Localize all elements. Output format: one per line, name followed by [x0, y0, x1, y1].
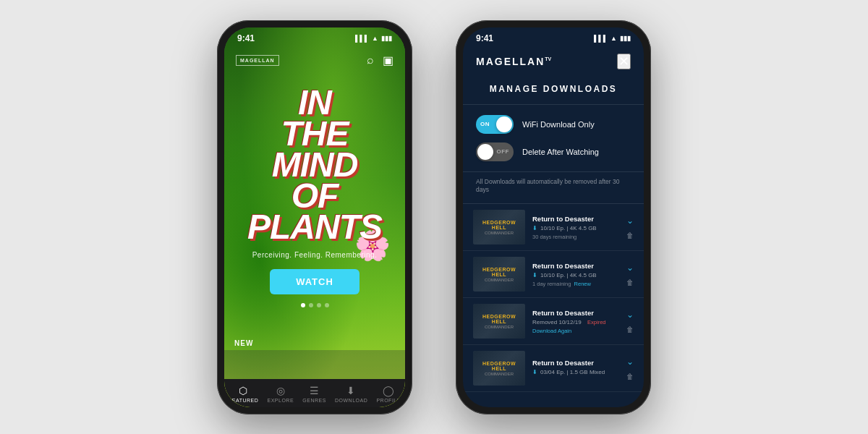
chevron-icon-2[interactable]: ⌄	[626, 263, 634, 273]
download-meta-text-2: 10/10 Ep. | 4K 4.5 GB	[540, 272, 597, 278]
nav-profile-label: PROFILE	[376, 398, 400, 403]
download-meta-1: ⬇ 10/10 Ep. | 4K 4.5 GB	[532, 225, 619, 231]
wifi-toggle-row: ON WiFi Download Only	[476, 115, 631, 134]
expired-badge: Expired	[587, 319, 605, 326]
dot-1	[301, 303, 305, 307]
download-title-2: Return to Desaster	[532, 262, 619, 270]
delete-toggle-knob	[477, 144, 493, 160]
auto-delete-note: All Downloads will automatically be remo…	[463, 172, 644, 205]
download-item-3: HEDGEROWHELL COMMANDER Return to Desaste…	[463, 298, 644, 345]
delete-toggle-row: OFF Delete After Watching	[476, 142, 631, 161]
phone1-content: 9:41 ▌▌▌ ▲ ▮▮▮ MAGELLAN ⌕ ▣	[224, 27, 405, 407]
thumb-title-4: HEDGEROWHELL	[482, 361, 516, 372]
download-info-1: Return to Desaster ⬇ 10/10 Ep. | 4K 4.5 …	[532, 215, 619, 240]
phone1-status-icons: ▌▌▌ ▲ ▮▮▮	[355, 35, 392, 42]
nav-profile[interactable]: ◯ PROFILE	[376, 385, 400, 403]
phone2-logo: MAGELLANTV	[476, 56, 551, 67]
download-arrow-icon-1: ⬇	[532, 225, 537, 231]
hero-title: IntheMindofPlants	[247, 87, 382, 243]
thumb-title-1: HEDGEROWHELL	[482, 220, 516, 231]
wifi-toggle-switch[interactable]: ON	[476, 115, 514, 134]
dot-4	[325, 303, 329, 307]
featured-icon: ⬡	[239, 385, 248, 396]
download-item-4: HEDGEROWHELL COMMANDER Return to Desaste…	[463, 345, 644, 392]
renew-link-2[interactable]: Renew	[574, 281, 591, 287]
signal-icon: ▌▌▌	[355, 35, 369, 42]
logo-sup: TV	[545, 56, 551, 61]
download-thumb-4: HEDGEROWHELL COMMANDER	[473, 351, 525, 386]
downloads-list: HEDGEROWHELL COMMANDER Return to Desaste…	[463, 204, 644, 407]
delete-toggle-text: Delete After Watching	[522, 148, 599, 156]
nav-genres-label: GENRES	[302, 398, 326, 403]
watch-button[interactable]: WATCH	[270, 269, 359, 294]
download-again-link[interactable]: Download Again	[532, 328, 619, 334]
signal-icon: ▌▌▌	[594, 35, 608, 42]
thumb-sub-4: COMMANDER	[482, 372, 516, 376]
hero-content: IntheMindofPlants Perceiving. Feeling. R…	[224, 59, 405, 336]
download-title-3: Return to Desaster	[532, 309, 619, 317]
download-info-3: Return to Desaster Removed 10/12/19 Expi…	[532, 309, 619, 334]
profile-icon: ◯	[383, 385, 395, 396]
delete-toggle-switch[interactable]: OFF	[476, 142, 514, 161]
thumb-sub-2: COMMANDER	[482, 278, 516, 282]
phone2-screen: 9:41 ▌▌▌ ▲ ▮▮▮ MAGELLANTV ✕ MANAGE DOWNL…	[463, 27, 644, 407]
download-title-4: Return to Desaster	[532, 359, 619, 367]
download-meta-text-3: Removed 10/12/19	[532, 319, 584, 326]
download-meta-4: ⬇ 03/04 Ep. | 1.5 GB Mixed	[532, 369, 619, 375]
download-title-1: Return to Desaster	[532, 215, 619, 223]
trash-icon-4[interactable]: 🗑	[626, 373, 634, 380]
wifi-toggle-on-label: ON	[480, 121, 490, 127]
delete-toggle-off-label: OFF	[497, 148, 510, 155]
thumb-title-2: HEDGEROWHELL	[482, 267, 516, 278]
page-dots	[301, 303, 329, 307]
dot-2	[309, 303, 313, 307]
download-meta-3: Removed 10/12/19 Expired	[532, 319, 619, 326]
nav-featured[interactable]: ⬡ FEATURED	[229, 385, 258, 403]
thumb-sub-3: COMMANDER	[482, 325, 516, 329]
chevron-icon-1[interactable]: ⌄	[626, 216, 634, 226]
download-status-1: 30 days remaining	[532, 234, 619, 240]
wifi-icon: ▲	[610, 35, 617, 42]
download-status-2: 1 day remaining Renew	[532, 281, 619, 287]
phone1-screen: 9:41 ▌▌▌ ▲ ▮▮▮ MAGELLAN ⌕ ▣	[224, 27, 405, 407]
thumb-title-3: HEDGEROWHELL	[482, 314, 516, 325]
toggle-section: ON WiFi Download Only OFF Delete After W…	[463, 105, 644, 172]
manage-title: MANAGE DOWNLOADS	[463, 78, 644, 105]
download-thumb-1: HEDGEROWHELL COMMANDER	[473, 210, 525, 244]
item-actions-4: ⌄ 🗑	[626, 357, 634, 380]
wifi-icon: ▲	[372, 35, 378, 42]
item-actions-3: ⌄ 🗑	[626, 310, 634, 333]
thumb-text-3: HEDGEROWHELL COMMANDER	[482, 314, 516, 329]
download-item-2: HEDGEROWHELL COMMANDER Return to Desaste…	[463, 251, 644, 298]
phone2-status-bar: 9:41 ▌▌▌ ▲ ▮▮▮	[463, 27, 644, 46]
item-actions-1: ⌄ 🗑	[626, 216, 634, 239]
trash-icon-2[interactable]: 🗑	[626, 278, 634, 286]
trash-icon-1[interactable]: 🗑	[626, 231, 634, 239]
download-thumb-2: HEDGEROWHELL COMMANDER	[473, 257, 525, 292]
chevron-icon-3[interactable]: ⌄	[626, 310, 634, 320]
trash-icon-3[interactable]: 🗑	[626, 326, 634, 333]
thumb-text-2: HEDGEROWHELL COMMANDER	[482, 267, 516, 282]
download-item-1: HEDGEROWHELL COMMANDER Return to Desaste…	[463, 204, 644, 251]
nav-download-label: DOWNLOAD	[335, 398, 367, 403]
wifi-toggle-text: WiFi Download Only	[522, 120, 595, 129]
thumb-text-4: HEDGEROWHELL COMMANDER	[482, 361, 516, 376]
download-arrow-icon-4: ⬇	[532, 369, 537, 375]
nav-explore[interactable]: ◎ EXPLORE	[268, 385, 294, 403]
wifi-toggle-knob	[496, 116, 512, 132]
new-badge: NEW	[224, 336, 405, 350]
battery-icon: ▮▮▮	[620, 35, 631, 42]
download-meta-2: ⬇ 10/10 Ep. | 4K 4.5 GB	[532, 272, 619, 278]
chevron-icon-4[interactable]: ⌄	[626, 357, 634, 367]
nav-explore-label: EXPLORE	[268, 398, 294, 403]
nav-download[interactable]: ⬇ DOWNLOAD	[335, 385, 367, 403]
phone-1: 9:41 ▌▌▌ ▲ ▮▮▮ MAGELLAN ⌕ ▣	[217, 20, 412, 414]
nav-genres[interactable]: ☰ GENRES	[302, 385, 326, 403]
close-button[interactable]: ✕	[617, 54, 631, 69]
download-info-2: Return to Desaster ⬇ 10/10 Ep. | 4K 4.5 …	[532, 262, 619, 287]
download-arrow-icon-2: ⬇	[532, 272, 537, 278]
download-thumb-3: HEDGEROWHELL COMMANDER	[473, 304, 525, 339]
hero-subtitle: Perceiving. Feeling. Remembering.	[252, 251, 378, 259]
phone2-content: 9:41 ▌▌▌ ▲ ▮▮▮ MAGELLANTV ✕ MANAGE DOWNL…	[463, 27, 644, 407]
battery-icon: ▮▮▮	[381, 35, 392, 42]
